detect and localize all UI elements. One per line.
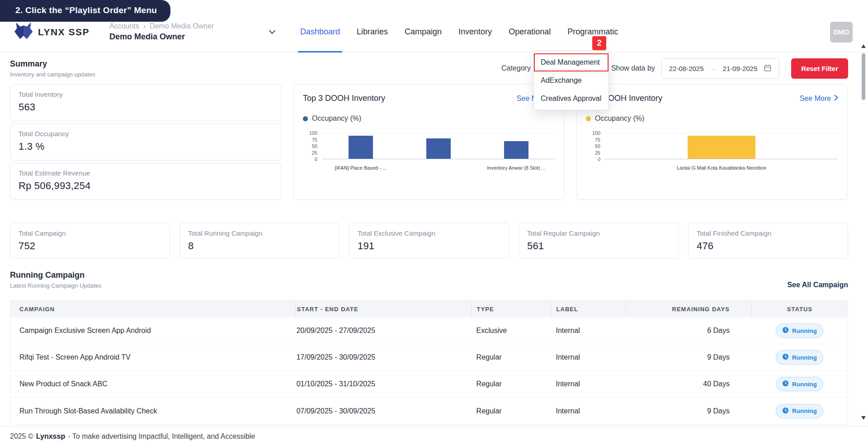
date-from: 22-08-2025 — [669, 65, 704, 72]
reset-filter-button[interactable]: Reset Filter — [791, 58, 848, 79]
col-header-type[interactable]: TYPE — [471, 300, 551, 318]
nav-dashboard[interactable]: Dashboard — [300, 12, 340, 52]
col-header-label[interactable]: LABEL — [551, 300, 626, 318]
cell-dates: 20/09/2025 - 27/09/2025 — [295, 327, 471, 335]
table-row: New Product of Snack ABC 01/10/2025 - 31… — [10, 371, 848, 398]
cell-remaining-days: 6 Days — [626, 327, 751, 335]
kpi-label: Total Occupancy — [19, 130, 273, 138]
stat-total-exclusive-campaign: Total Exclusive Campaign 191 — [349, 223, 509, 259]
legend-label: Occupancy (%) — [312, 114, 361, 123]
vertical-scrollbar[interactable] — [860, 44, 867, 420]
summary-heading-block: Summary Inventory and campaign updates — [10, 59, 95, 78]
breadcrumb-root[interactable]: Accounts — [109, 22, 139, 30]
stat-label: Total Running Campaign — [188, 229, 331, 237]
see-more-link[interactable]: See More — [800, 95, 838, 103]
cell-label: Internal — [551, 380, 626, 388]
main-nav: Dashboard Libraries Campaign Inventory O… — [300, 12, 618, 52]
stat-total-finished-campaign: Total Finished Campaign 476 — [688, 223, 848, 259]
nav-libraries[interactable]: Libraries — [357, 12, 388, 52]
cell-label: Internal — [551, 407, 626, 415]
nav-inventory[interactable]: Inventory — [458, 12, 492, 52]
menu-item-deal-management[interactable]: Deal Management — [534, 53, 609, 71]
stat-value: 8 — [188, 240, 331, 252]
cell-status: Running — [751, 323, 848, 338]
kpi-value: Rp 506,993,254 — [19, 180, 273, 192]
cell-remaining-days: 9 Days — [626, 407, 751, 415]
programmatic-dropdown-menu: Deal Management AdExchange Creatives App… — [533, 51, 609, 110]
stat-value: 476 — [697, 240, 840, 252]
kpi-label: Total Inventory — [19, 90, 273, 98]
running-campaign-header: Running Campaign Latest Running Campaign… — [10, 270, 848, 289]
col-header-remaining-days[interactable]: REMAINING DAYS — [626, 300, 751, 318]
user-avatar[interactable]: DMO — [830, 22, 853, 43]
scroll-down-arrow[interactable] — [861, 416, 866, 420]
kpi-total-inventory: Total Inventory 563 — [10, 84, 282, 121]
cell-type: Regular — [471, 407, 551, 415]
kpi-value: 563 — [19, 101, 273, 113]
footer-tagline: - To make advertising Impactful, Intelli… — [68, 432, 255, 441]
col-header-campaign[interactable]: CAMPAIGN — [10, 300, 295, 318]
legend-label: Occupancy (%) — [595, 114, 644, 123]
col-header-dates[interactable]: START - END DATE — [295, 300, 471, 318]
table-row: Run Through Slot-Based Availability Chec… — [10, 398, 848, 424]
scrollbar-thumb[interactable] — [862, 53, 865, 100]
cell-remaining-days: 40 Days — [626, 380, 751, 388]
legend-dot — [586, 116, 591, 121]
calendar-icon — [764, 64, 772, 73]
stat-total-regular-campaign: Total Regular Campaign 561 — [519, 223, 679, 259]
nav-operational[interactable]: Operational — [509, 12, 551, 52]
stat-label: Total Campaign — [19, 229, 161, 237]
cell-status: Running — [751, 377, 848, 391]
breadcrumb-separator: › — [143, 22, 146, 30]
running-campaign-subtitle: Latest Running Campaign Updates — [10, 282, 101, 289]
date-range-arrow-icon: → — [710, 65, 717, 72]
stat-label: Total Regular Campaign — [527, 229, 670, 237]
clock-icon — [782, 327, 789, 335]
app-logo[interactable]: LYNX SSP — [14, 22, 90, 43]
menu-item-adexchange[interactable]: AdExchange — [534, 71, 609, 90]
step-number-badge: 2 — [592, 36, 606, 50]
bar — [349, 136, 373, 159]
account-switcher[interactable]: Accounts › Demo Media Owner Demo Media O… — [109, 22, 276, 42]
kpi-value: 1.3 % — [19, 141, 273, 152]
stat-label: Total Exclusive Campaign — [358, 229, 500, 237]
status-badge: Running — [776, 323, 823, 338]
nav-campaign[interactable]: Campaign — [405, 12, 442, 52]
chart-title: Top 3 DOOH Inventory — [303, 94, 385, 103]
table-row: Rifqi Test - Screen App Android TV 17/09… — [10, 344, 848, 371]
col-header-status[interactable]: STATUS — [751, 300, 848, 318]
x-axis-labels: Lantai G Mall Kota Kasablanka Neonbox — [605, 165, 838, 171]
cell-campaign: Run Through Slot-Based Availability Chec… — [10, 407, 295, 415]
kpi-total-estimate-revenue: Total Estimate Revenue Rp 506,993,254 — [10, 163, 282, 200]
stat-value: 191 — [358, 240, 500, 252]
running-heading-block: Running Campaign Latest Running Campaign… — [10, 270, 101, 289]
date-range-picker[interactable]: 22-08-2025 → 21-09-2025 — [661, 58, 779, 79]
table-header-row: CAMPAIGN START - END DATE TYPE LABEL REM… — [10, 300, 848, 318]
scroll-up-arrow[interactable] — [861, 44, 866, 48]
show-data-by-label: Show data by — [611, 64, 655, 72]
menu-item-creatives-approval[interactable]: Creatives Approval — [534, 90, 609, 108]
clock-icon — [782, 380, 789, 388]
cell-dates: 07/09/2025 - 30/09/2025 — [295, 407, 471, 415]
table-row: Campaign Exclusive Screen App Android 20… — [10, 318, 848, 344]
cell-campaign: Rifqi Test - Screen App Android TV — [10, 353, 295, 361]
cell-type: Exclusive — [471, 327, 551, 335]
chart-card-dooh-inventory: Top 3 DOOH Inventory See More Occupancy … — [293, 84, 565, 200]
footer-brand: Lynxssp — [36, 432, 65, 441]
category-label: Category — [501, 64, 531, 72]
summary-title: Summary — [10, 59, 95, 69]
kpi-column: Total Inventory 563 Total Occupancy 1.3 … — [10, 84, 282, 200]
cell-dates: 17/09/2025 - 30/09/2025 — [295, 353, 471, 361]
stat-label: Total Finished Campaign — [697, 229, 840, 237]
cell-status: Running — [751, 350, 848, 365]
stat-total-running-campaign: Total Running Campaign 8 — [179, 223, 340, 259]
see-all-campaign-link[interactable]: See All Campaign — [787, 281, 848, 289]
chart-legend: Occupancy (%) — [586, 114, 838, 123]
running-campaign-title: Running Campaign — [10, 270, 101, 280]
cell-type: Regular — [471, 353, 551, 361]
bar — [426, 138, 451, 159]
bar-chart: 100 75 50 25 0 — [303, 133, 555, 159]
legend-dot — [303, 116, 308, 121]
breadcrumb: Accounts › Demo Media Owner — [109, 22, 214, 30]
status-badge: Running — [776, 377, 823, 391]
